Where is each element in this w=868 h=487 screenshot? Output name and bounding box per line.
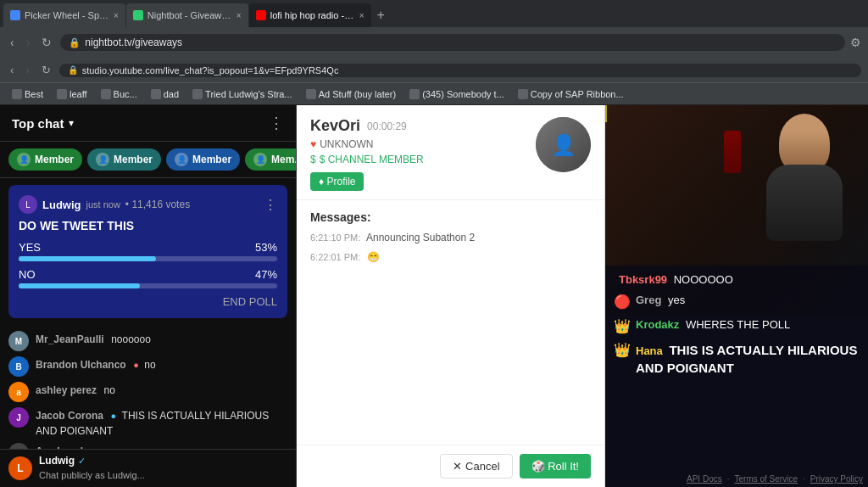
overlay-text-2: yes xyxy=(668,294,685,306)
tab-favicon xyxy=(10,10,20,20)
poll-bar-bg-yes xyxy=(19,256,277,261)
lock-icon: 🔒 xyxy=(69,37,81,48)
poll-votes: • 11,416 votes xyxy=(125,199,190,210)
msg-avatar: △ xyxy=(8,443,29,449)
chat-messages: M Mr_JeanPaulli noooooo B Brandon Ulchan… xyxy=(0,325,296,449)
chat-message-4: J Jacob Corona ● THIS IS ACTUALLY HILARI… xyxy=(0,405,296,440)
bookmark-item-4[interactable]: dad xyxy=(146,87,184,101)
poll-option-yes-pct: 53% xyxy=(255,241,277,254)
tab-lofi[interactable]: lofi hip hop radio - beats to rel... × xyxy=(249,3,371,27)
forward-button[interactable]: › xyxy=(23,34,34,51)
bookmark-icon xyxy=(409,89,420,99)
poll-bar-fill-no xyxy=(19,283,140,288)
forward-button-2[interactable]: › xyxy=(22,62,32,78)
user-name-large: KevOri xyxy=(310,117,360,135)
profile-button[interactable]: ♦ Profile xyxy=(310,172,364,191)
chat-title: Top chat xyxy=(12,116,64,131)
tab-new[interactable]: + xyxy=(372,8,390,23)
overlay-author-2: Greg xyxy=(636,294,661,306)
overlay-message-4: 👑 Hana THIS IS ACTUALLY HILARIOUS AND PO… xyxy=(614,341,860,377)
dollar-icon: $ xyxy=(310,154,316,165)
msg-text: no xyxy=(144,359,155,371)
bookmark-icon xyxy=(306,89,316,99)
member-button-4[interactable]: 👤 Mem... xyxy=(245,148,296,171)
overlay-text-4: THIS IS ACTUALLY HILARIOUS AND POIGNANT xyxy=(636,343,857,375)
msg-text-2: 😁 xyxy=(367,251,380,263)
poll-header: L Ludwig just now • 11,416 votes ⋮ xyxy=(19,195,277,214)
heart-icon: ♥ xyxy=(310,138,316,150)
rollit-button[interactable]: 🎲 Roll It! xyxy=(520,454,591,479)
poll-more-icon[interactable]: ⋮ xyxy=(264,197,277,213)
overlay-message-1: Tbksrk99 NOOOOOO xyxy=(614,272,860,288)
back-button[interactable]: ‹ xyxy=(7,34,18,51)
user-info: KevOri 00:00:29 ♥ UNKNOWN $ $ CHANNEL ME… xyxy=(310,117,424,191)
address-bar[interactable]: 🔒 nightbot.tv/giveaways xyxy=(60,34,845,51)
user-role-label: $ CHANNEL MEMBER xyxy=(320,154,424,165)
poll-end-button[interactable]: END POLL xyxy=(19,295,277,308)
chat-user-name: Ludwig xyxy=(39,455,75,467)
tab-close-icon[interactable]: × xyxy=(359,11,364,20)
member-avatar-3: 👤 xyxy=(175,153,188,166)
overlay-text-1: NOOOOOO xyxy=(674,273,733,286)
reload-button[interactable]: ↻ xyxy=(38,34,55,51)
chat-header: Top chat ▾ ⋮ xyxy=(0,105,296,142)
poll-author-name: Ludwig xyxy=(42,199,81,211)
chat-title-row[interactable]: Top chat ▾ xyxy=(12,116,74,131)
msg-content: ashley perez no xyxy=(36,382,115,397)
tab-picker-wheel[interactable]: Picker Wheel - Spin the Whe... × xyxy=(3,3,125,27)
member-button-1[interactable]: 👤 Member xyxy=(8,148,82,171)
address-text: nightbot.tv/giveaways xyxy=(85,36,182,48)
chat-user-avatar: L xyxy=(8,456,32,480)
chat-public-label: Chat publicly as Ludwig... xyxy=(39,470,145,480)
tab-title: Nightbot - Giveaways xyxy=(147,10,232,20)
middle-panel: KevOri 00:00:29 ♥ UNKNOWN $ $ CHANNEL ME… xyxy=(297,105,605,487)
tab-close-icon[interactable]: × xyxy=(114,11,119,20)
poll-bar-bg-no xyxy=(19,283,277,288)
user-avatar-large: 👤 xyxy=(536,117,591,172)
messages-label: Messages: xyxy=(310,210,591,224)
bookmark-icon xyxy=(192,89,203,99)
terms-link[interactable]: Terms of Service xyxy=(735,474,798,484)
tab-close-icon[interactable]: × xyxy=(236,11,242,20)
reload-button-2[interactable]: ↻ xyxy=(38,62,54,78)
chat-more-icon[interactable]: ⋮ xyxy=(269,114,284,132)
cancel-button[interactable]: ✕ Cancel xyxy=(440,454,512,479)
poll-bar-fill-yes xyxy=(19,256,156,261)
poll-option-no-pct: 47% xyxy=(255,268,277,281)
back-button-2[interactable]: ‹ xyxy=(7,62,17,78)
bookmark-icon xyxy=(518,89,528,99)
chat-message-3: a ashley perez no xyxy=(0,379,296,405)
streamer-silhouette xyxy=(749,114,860,249)
msg-time-1: 6:21:10 PM: xyxy=(310,232,360,243)
privacy-link[interactable]: Privacy Policy xyxy=(810,474,863,484)
checkmark-icon: ✓ xyxy=(78,456,86,467)
msg-text: noooooo xyxy=(111,333,151,345)
content-area: Top chat ▾ ⋮ 👤 Member 👤 Member 👤 Member … xyxy=(0,105,868,487)
api-docs-link[interactable]: API Docs xyxy=(687,474,722,484)
overlay-message-3: 👑 Krodakz WHERES THE POLL xyxy=(614,317,860,336)
msg-avatar: a xyxy=(8,382,29,402)
tab-title: lofi hip hop radio - beats to rel... xyxy=(270,10,355,20)
msg-content: Mr_JeanPaulli noooooo xyxy=(36,331,151,346)
popup-address-bar-row: ‹ › ↻ 🔒 studio.youtube.com/live_chat?is_… xyxy=(0,58,868,83)
extensions-icon[interactable]: ⚙ xyxy=(850,36,861,49)
bookmark-icon xyxy=(12,89,22,99)
msg-avatar: M xyxy=(8,331,29,351)
poll-avatar: L xyxy=(19,195,37,214)
bookmark-item-8[interactable]: Copy of SAP Ribbon... xyxy=(513,87,629,101)
bookmark-item-7[interactable]: (345) Somebody t... xyxy=(404,87,509,101)
chat-panel: Top chat ▾ ⋮ 👤 Member 👤 Member 👤 Member … xyxy=(0,105,297,487)
msg-author: ashley perez xyxy=(36,384,97,396)
bookmark-icon xyxy=(57,89,67,99)
tab-nightbot[interactable]: Nightbot - Giveaways × xyxy=(126,3,248,27)
bookmark-item-3[interactable]: Buc... xyxy=(96,87,142,101)
bookmark-item-1[interactable]: Best xyxy=(7,87,48,101)
bookmark-item-6[interactable]: Ad Stuff (buy later) xyxy=(301,87,402,101)
poll-option-no: NO 47% xyxy=(19,268,277,288)
bookmark-item-2[interactable]: leaff xyxy=(52,87,92,101)
member-button-3[interactable]: 👤 Member xyxy=(166,148,240,171)
browser-chrome: Picker Wheel - Spin the Whe... × Nightbo… xyxy=(0,0,868,105)
member-button-2[interactable]: 👤 Member xyxy=(87,148,161,171)
bookmark-item-5[interactable]: Tried Ludwig's Stra... xyxy=(187,87,298,101)
address-bar-2[interactable]: 🔒 studio.youtube.com/live_chat?is_popout… xyxy=(59,64,861,77)
